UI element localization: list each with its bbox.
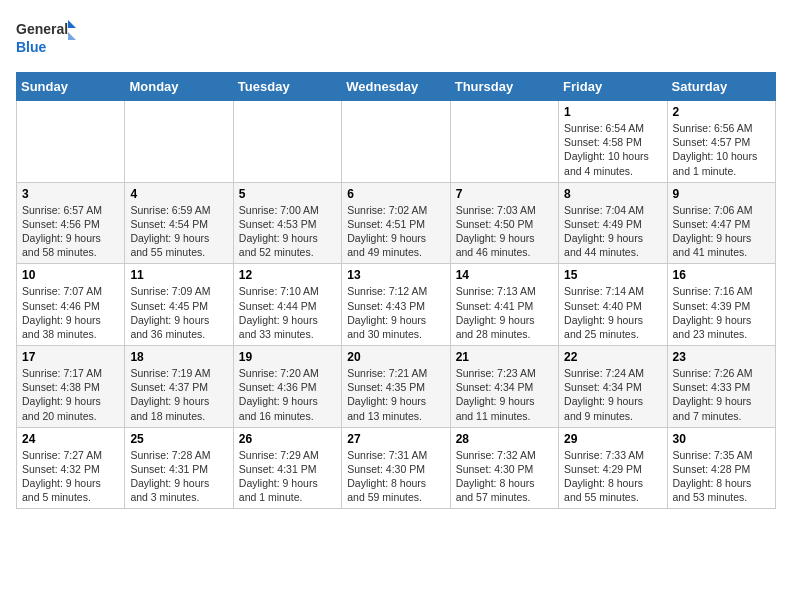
calendar-cell: 4Sunrise: 6:59 AMSunset: 4:54 PMDaylight… bbox=[125, 182, 233, 264]
calendar-cell: 26Sunrise: 7:29 AMSunset: 4:31 PMDayligh… bbox=[233, 427, 341, 509]
day-info: Sunrise: 7:31 AMSunset: 4:30 PMDaylight:… bbox=[347, 448, 444, 505]
day-number: 10 bbox=[22, 268, 119, 282]
calendar-cell: 17Sunrise: 7:17 AMSunset: 4:38 PMDayligh… bbox=[17, 346, 125, 428]
weekday-header-tuesday: Tuesday bbox=[233, 73, 341, 101]
day-number: 21 bbox=[456, 350, 553, 364]
day-number: 22 bbox=[564, 350, 661, 364]
calendar-cell: 23Sunrise: 7:26 AMSunset: 4:33 PMDayligh… bbox=[667, 346, 775, 428]
day-number: 20 bbox=[347, 350, 444, 364]
day-info: Sunrise: 7:06 AMSunset: 4:47 PMDaylight:… bbox=[673, 203, 770, 260]
calendar-body: 1Sunrise: 6:54 AMSunset: 4:58 PMDaylight… bbox=[17, 101, 776, 509]
week-row-4: 17Sunrise: 7:17 AMSunset: 4:38 PMDayligh… bbox=[17, 346, 776, 428]
day-number: 23 bbox=[673, 350, 770, 364]
day-info: Sunrise: 7:29 AMSunset: 4:31 PMDaylight:… bbox=[239, 448, 336, 505]
day-info: Sunrise: 7:21 AMSunset: 4:35 PMDaylight:… bbox=[347, 366, 444, 423]
day-number: 1 bbox=[564, 105, 661, 119]
calendar-cell: 8Sunrise: 7:04 AMSunset: 4:49 PMDaylight… bbox=[559, 182, 667, 264]
calendar-cell: 30Sunrise: 7:35 AMSunset: 4:28 PMDayligh… bbox=[667, 427, 775, 509]
weekday-header-saturday: Saturday bbox=[667, 73, 775, 101]
day-number: 19 bbox=[239, 350, 336, 364]
calendar-cell: 22Sunrise: 7:24 AMSunset: 4:34 PMDayligh… bbox=[559, 346, 667, 428]
weekday-header-friday: Friday bbox=[559, 73, 667, 101]
day-info: Sunrise: 7:24 AMSunset: 4:34 PMDaylight:… bbox=[564, 366, 661, 423]
calendar-cell bbox=[342, 101, 450, 183]
day-number: 25 bbox=[130, 432, 227, 446]
day-number: 26 bbox=[239, 432, 336, 446]
calendar-cell: 29Sunrise: 7:33 AMSunset: 4:29 PMDayligh… bbox=[559, 427, 667, 509]
day-info: Sunrise: 7:26 AMSunset: 4:33 PMDaylight:… bbox=[673, 366, 770, 423]
calendar-cell: 1Sunrise: 6:54 AMSunset: 4:58 PMDaylight… bbox=[559, 101, 667, 183]
calendar-cell: 11Sunrise: 7:09 AMSunset: 4:45 PMDayligh… bbox=[125, 264, 233, 346]
day-info: Sunrise: 7:27 AMSunset: 4:32 PMDaylight:… bbox=[22, 448, 119, 505]
calendar-table: SundayMondayTuesdayWednesdayThursdayFrid… bbox=[16, 72, 776, 509]
weekday-header-monday: Monday bbox=[125, 73, 233, 101]
calendar-cell: 21Sunrise: 7:23 AMSunset: 4:34 PMDayligh… bbox=[450, 346, 558, 428]
day-number: 14 bbox=[456, 268, 553, 282]
day-number: 11 bbox=[130, 268, 227, 282]
day-number: 8 bbox=[564, 187, 661, 201]
day-info: Sunrise: 7:00 AMSunset: 4:53 PMDaylight:… bbox=[239, 203, 336, 260]
day-info: Sunrise: 7:07 AMSunset: 4:46 PMDaylight:… bbox=[22, 284, 119, 341]
day-number: 15 bbox=[564, 268, 661, 282]
day-info: Sunrise: 7:32 AMSunset: 4:30 PMDaylight:… bbox=[456, 448, 553, 505]
calendar-cell: 19Sunrise: 7:20 AMSunset: 4:36 PMDayligh… bbox=[233, 346, 341, 428]
day-info: Sunrise: 7:09 AMSunset: 4:45 PMDaylight:… bbox=[130, 284, 227, 341]
calendar-cell: 12Sunrise: 7:10 AMSunset: 4:44 PMDayligh… bbox=[233, 264, 341, 346]
logo-svg: General Blue bbox=[16, 16, 76, 60]
calendar-cell: 14Sunrise: 7:13 AMSunset: 4:41 PMDayligh… bbox=[450, 264, 558, 346]
weekday-header-row: SundayMondayTuesdayWednesdayThursdayFrid… bbox=[17, 73, 776, 101]
day-number: 17 bbox=[22, 350, 119, 364]
day-info: Sunrise: 7:12 AMSunset: 4:43 PMDaylight:… bbox=[347, 284, 444, 341]
calendar-cell: 6Sunrise: 7:02 AMSunset: 4:51 PMDaylight… bbox=[342, 182, 450, 264]
weekday-header-sunday: Sunday bbox=[17, 73, 125, 101]
day-info: Sunrise: 7:20 AMSunset: 4:36 PMDaylight:… bbox=[239, 366, 336, 423]
week-row-3: 10Sunrise: 7:07 AMSunset: 4:46 PMDayligh… bbox=[17, 264, 776, 346]
calendar-cell: 24Sunrise: 7:27 AMSunset: 4:32 PMDayligh… bbox=[17, 427, 125, 509]
calendar-cell: 13Sunrise: 7:12 AMSunset: 4:43 PMDayligh… bbox=[342, 264, 450, 346]
day-info: Sunrise: 7:13 AMSunset: 4:41 PMDaylight:… bbox=[456, 284, 553, 341]
day-info: Sunrise: 7:19 AMSunset: 4:37 PMDaylight:… bbox=[130, 366, 227, 423]
day-info: Sunrise: 7:17 AMSunset: 4:38 PMDaylight:… bbox=[22, 366, 119, 423]
svg-text:Blue: Blue bbox=[16, 39, 47, 55]
day-number: 3 bbox=[22, 187, 119, 201]
calendar-cell: 5Sunrise: 7:00 AMSunset: 4:53 PMDaylight… bbox=[233, 182, 341, 264]
day-info: Sunrise: 7:33 AMSunset: 4:29 PMDaylight:… bbox=[564, 448, 661, 505]
day-info: Sunrise: 6:59 AMSunset: 4:54 PMDaylight:… bbox=[130, 203, 227, 260]
day-number: 7 bbox=[456, 187, 553, 201]
day-number: 13 bbox=[347, 268, 444, 282]
calendar-cell: 20Sunrise: 7:21 AMSunset: 4:35 PMDayligh… bbox=[342, 346, 450, 428]
calendar-cell bbox=[233, 101, 341, 183]
day-number: 28 bbox=[456, 432, 553, 446]
day-info: Sunrise: 7:04 AMSunset: 4:49 PMDaylight:… bbox=[564, 203, 661, 260]
day-number: 2 bbox=[673, 105, 770, 119]
day-info: Sunrise: 7:14 AMSunset: 4:40 PMDaylight:… bbox=[564, 284, 661, 341]
calendar-cell bbox=[450, 101, 558, 183]
day-number: 4 bbox=[130, 187, 227, 201]
week-row-5: 24Sunrise: 7:27 AMSunset: 4:32 PMDayligh… bbox=[17, 427, 776, 509]
day-info: Sunrise: 7:03 AMSunset: 4:50 PMDaylight:… bbox=[456, 203, 553, 260]
logo: General Blue bbox=[16, 16, 76, 60]
calendar-cell: 9Sunrise: 7:06 AMSunset: 4:47 PMDaylight… bbox=[667, 182, 775, 264]
svg-marker-3 bbox=[68, 32, 76, 40]
calendar-cell: 28Sunrise: 7:32 AMSunset: 4:30 PMDayligh… bbox=[450, 427, 558, 509]
day-number: 29 bbox=[564, 432, 661, 446]
weekday-header-thursday: Thursday bbox=[450, 73, 558, 101]
calendar-cell: 16Sunrise: 7:16 AMSunset: 4:39 PMDayligh… bbox=[667, 264, 775, 346]
calendar-cell: 15Sunrise: 7:14 AMSunset: 4:40 PMDayligh… bbox=[559, 264, 667, 346]
day-info: Sunrise: 7:16 AMSunset: 4:39 PMDaylight:… bbox=[673, 284, 770, 341]
calendar-cell: 25Sunrise: 7:28 AMSunset: 4:31 PMDayligh… bbox=[125, 427, 233, 509]
day-info: Sunrise: 7:23 AMSunset: 4:34 PMDaylight:… bbox=[456, 366, 553, 423]
day-number: 27 bbox=[347, 432, 444, 446]
calendar-cell: 10Sunrise: 7:07 AMSunset: 4:46 PMDayligh… bbox=[17, 264, 125, 346]
day-number: 12 bbox=[239, 268, 336, 282]
day-info: Sunrise: 7:02 AMSunset: 4:51 PMDaylight:… bbox=[347, 203, 444, 260]
calendar-cell bbox=[125, 101, 233, 183]
day-info: Sunrise: 7:28 AMSunset: 4:31 PMDaylight:… bbox=[130, 448, 227, 505]
day-number: 18 bbox=[130, 350, 227, 364]
calendar-cell: 2Sunrise: 6:56 AMSunset: 4:57 PMDaylight… bbox=[667, 101, 775, 183]
week-row-1: 1Sunrise: 6:54 AMSunset: 4:58 PMDaylight… bbox=[17, 101, 776, 183]
calendar-cell: 18Sunrise: 7:19 AMSunset: 4:37 PMDayligh… bbox=[125, 346, 233, 428]
week-row-2: 3Sunrise: 6:57 AMSunset: 4:56 PMDaylight… bbox=[17, 182, 776, 264]
day-info: Sunrise: 6:54 AMSunset: 4:58 PMDaylight:… bbox=[564, 121, 661, 178]
day-number: 24 bbox=[22, 432, 119, 446]
